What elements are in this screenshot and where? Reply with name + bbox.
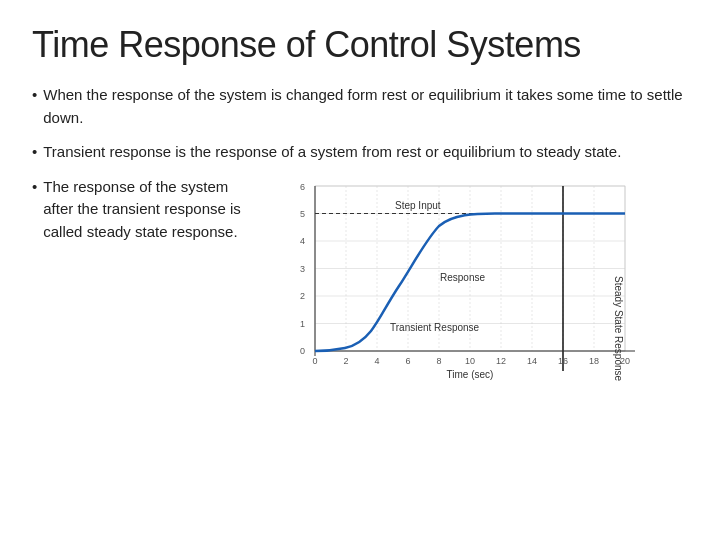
bullet3-dot: • bbox=[32, 176, 37, 199]
bullet2-section: • Transient response is the response of … bbox=[32, 141, 688, 164]
svg-text:6: 6 bbox=[300, 182, 305, 192]
page: Time Response of Control Systems • When … bbox=[0, 0, 720, 540]
response-label: Response bbox=[440, 272, 485, 283]
page-title: Time Response of Control Systems bbox=[32, 24, 688, 66]
steady-state-label: Steady State Response bbox=[613, 276, 624, 382]
svg-text:16: 16 bbox=[558, 356, 568, 366]
bullet1-text: • When the response of the system is cha… bbox=[32, 84, 688, 129]
svg-text:3: 3 bbox=[300, 264, 305, 274]
bullet1-section: • When the response of the system is cha… bbox=[32, 84, 688, 129]
svg-text:10: 10 bbox=[465, 356, 475, 366]
bullet1-dot: • bbox=[32, 84, 37, 107]
x-axis-label: Time (sec) bbox=[447, 369, 494, 380]
bullet2-content: Transient response is the response of a … bbox=[43, 141, 621, 164]
bullet2-dot: • bbox=[32, 141, 37, 164]
svg-text:14: 14 bbox=[527, 356, 537, 366]
svg-text:12: 12 bbox=[496, 356, 506, 366]
bullet3-text: • The response of the system after the t… bbox=[32, 176, 252, 244]
bullet1-content: When the response of the system is chang… bbox=[43, 84, 688, 129]
lower-section: • The response of the system after the t… bbox=[32, 176, 688, 396]
svg-text:4: 4 bbox=[374, 356, 379, 366]
svg-text:8: 8 bbox=[436, 356, 441, 366]
svg-text:2: 2 bbox=[300, 291, 305, 301]
bullet3-content: The response of the system after the tra… bbox=[43, 176, 252, 244]
chart-area: Step Input 6 5 4 3 2 1 0 0 2 4 6 8 10 12 bbox=[262, 176, 688, 396]
svg-text:6: 6 bbox=[405, 356, 410, 366]
svg-text:2: 2 bbox=[343, 356, 348, 366]
transient-label: Transient Response bbox=[390, 322, 480, 333]
svg-text:18: 18 bbox=[589, 356, 599, 366]
svg-text:4: 4 bbox=[300, 236, 305, 246]
svg-text:0: 0 bbox=[300, 346, 305, 356]
svg-text:0: 0 bbox=[312, 356, 317, 366]
bullet2-text: • Transient response is the response of … bbox=[32, 141, 688, 164]
step-input-label: Step Input bbox=[395, 200, 441, 211]
response-chart: Step Input 6 5 4 3 2 1 0 0 2 4 6 8 10 12 bbox=[262, 176, 688, 396]
svg-text:5: 5 bbox=[300, 209, 305, 219]
bullet3-section: • The response of the system after the t… bbox=[32, 176, 252, 244]
svg-text:1: 1 bbox=[300, 319, 305, 329]
